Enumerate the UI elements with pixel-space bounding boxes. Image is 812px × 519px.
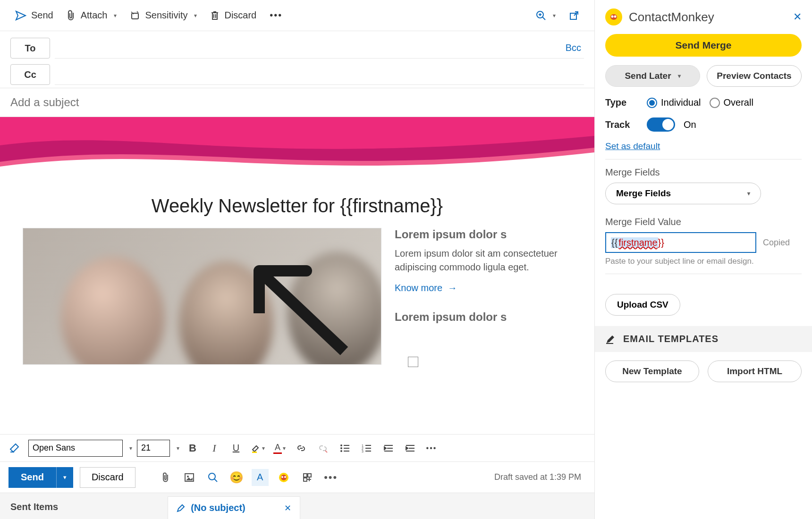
link-button[interactable] bbox=[293, 440, 310, 457]
cc-button[interactable]: Cc bbox=[10, 64, 50, 85]
type-overall-radio[interactable]: Overall bbox=[710, 97, 753, 108]
text-style-action-icon[interactable]: A bbox=[252, 469, 269, 486]
highlight-button[interactable]: ▾ bbox=[249, 440, 266, 457]
svg-text:3: 3 bbox=[362, 450, 364, 452]
chevron-down-icon[interactable]: ▾ bbox=[129, 445, 132, 452]
zoom-button[interactable]: ▾ bbox=[529, 6, 562, 25]
send-icon bbox=[15, 10, 26, 21]
merge-fields-select[interactable]: Merge Fields ▾ bbox=[605, 183, 761, 204]
chevron-down-icon[interactable]: ▾ bbox=[177, 445, 179, 452]
set-default-link[interactable]: Set as default bbox=[605, 141, 802, 151]
chevron-down-icon: ▾ bbox=[678, 73, 681, 79]
action-bar: Send ▾ Discard 😊 A ••• Dr bbox=[0, 461, 594, 493]
ellipsis-icon: ••• bbox=[270, 10, 282, 21]
numbering-button[interactable]: 123 bbox=[358, 440, 375, 457]
svg-point-13 bbox=[209, 473, 215, 480]
svg-rect-4 bbox=[252, 452, 257, 453]
more-button[interactable]: ••• bbox=[263, 6, 289, 25]
know-more-link[interactable]: Know more → bbox=[395, 283, 457, 293]
svg-point-24 bbox=[614, 16, 617, 18]
footer-bar: Sent Items (No subject) ✕ bbox=[0, 493, 594, 519]
svg-point-17 bbox=[284, 476, 286, 478]
contactmonkey-logo-icon bbox=[605, 8, 622, 25]
discard-label: Discard bbox=[224, 10, 256, 21]
chevron-down-icon: ▾ bbox=[194, 12, 197, 19]
to-input[interactable] bbox=[55, 38, 584, 59]
draft-status: Draft saved at 1:39 PM bbox=[494, 472, 586, 482]
newsletter-banner bbox=[0, 117, 594, 178]
track-label: Track bbox=[605, 119, 638, 130]
format-painter-icon[interactable] bbox=[7, 440, 24, 457]
arrow-sketch-icon bbox=[226, 243, 349, 356]
chevron-down-icon: ▾ bbox=[114, 12, 117, 19]
font-family-select[interactable]: Open Sans bbox=[28, 440, 123, 457]
discard-action-button[interactable]: Discard bbox=[80, 467, 135, 488]
font-size-select[interactable]: 21 bbox=[137, 440, 170, 457]
merge-value-input[interactable]: {{firstname}} bbox=[605, 232, 756, 253]
block1-title: Lorem ipsum dolor s bbox=[395, 228, 572, 241]
cc-input[interactable] bbox=[55, 64, 584, 85]
send-later-button[interactable]: Send Later ▾ bbox=[605, 65, 700, 87]
type-label: Type bbox=[605, 97, 638, 108]
svg-point-5 bbox=[340, 444, 342, 446]
merge-hint: Paste to your subject line or email desi… bbox=[605, 257, 802, 266]
compose-tab[interactable]: (No subject) ✕ bbox=[168, 496, 300, 519]
bullets-button[interactable] bbox=[336, 440, 353, 457]
indent-button[interactable] bbox=[401, 440, 418, 457]
new-template-button[interactable]: New Template bbox=[605, 360, 699, 382]
search-action-icon[interactable] bbox=[204, 469, 221, 486]
to-button[interactable]: To bbox=[10, 38, 50, 59]
email-body-canvas[interactable]: Weekly Newsletter for {{firstname}} Lore… bbox=[0, 117, 594, 434]
folder-label[interactable]: Sent Items bbox=[5, 495, 64, 519]
merge-fields-label: Merge Fields bbox=[605, 167, 802, 178]
font-size-value: 21 bbox=[141, 443, 151, 453]
underline-button[interactable]: U bbox=[228, 440, 245, 457]
bcc-link[interactable]: Bcc bbox=[566, 42, 581, 53]
attach-button[interactable]: Attach ▾ bbox=[60, 6, 124, 25]
popout-button[interactable] bbox=[562, 6, 586, 25]
more-format-button[interactable]: ••• bbox=[423, 440, 440, 457]
recipients-area: To Bcc Cc bbox=[0, 31, 594, 88]
send-primary-button[interactable]: Send bbox=[8, 467, 56, 488]
merge-value-label: Merge Field Value bbox=[605, 217, 802, 227]
close-panel-icon[interactable]: ✕ bbox=[793, 11, 802, 23]
sensitivity-label: Sensitivity bbox=[145, 10, 187, 21]
block1-body: Lorem ipsum dolor sit am consectetuer ad… bbox=[395, 247, 572, 274]
panel-title: ContactMonkey bbox=[629, 10, 787, 25]
import-html-button[interactable]: Import HTML bbox=[708, 360, 802, 382]
apps-action-icon[interactable] bbox=[299, 469, 316, 486]
track-toggle[interactable] bbox=[647, 117, 675, 132]
unlink-button[interactable] bbox=[314, 440, 331, 457]
subject-input[interactable] bbox=[10, 96, 584, 109]
send-merge-button[interactable]: Send Merge bbox=[605, 34, 802, 57]
discard-button[interactable]: Discard bbox=[203, 6, 263, 25]
send-button[interactable]: Send bbox=[8, 6, 60, 25]
outdent-button[interactable] bbox=[380, 440, 397, 457]
pencil-icon bbox=[177, 504, 185, 512]
attach-action-icon[interactable] bbox=[157, 469, 174, 486]
italic-button[interactable]: I bbox=[206, 440, 223, 457]
font-color-button[interactable]: A▾ bbox=[271, 440, 288, 457]
upload-csv-button[interactable]: Upload CSV bbox=[605, 294, 680, 316]
monkey-addin-icon[interactable] bbox=[275, 469, 292, 486]
svg-rect-20 bbox=[304, 478, 307, 481]
send-options-button[interactable]: ▾ bbox=[56, 467, 73, 488]
bold-button[interactable]: B bbox=[184, 440, 201, 457]
svg-point-6 bbox=[340, 447, 342, 449]
emoji-action-icon[interactable]: 😊 bbox=[228, 469, 245, 486]
track-state: On bbox=[684, 119, 696, 130]
sensitivity-button[interactable]: Sensitivity ▾ bbox=[123, 6, 203, 25]
picture-action-icon[interactable] bbox=[181, 469, 198, 486]
close-tab-icon[interactable]: ✕ bbox=[284, 503, 291, 513]
chevron-down-icon: ▾ bbox=[747, 190, 750, 197]
zoom-in-icon bbox=[536, 10, 546, 21]
more-actions-icon[interactable]: ••• bbox=[322, 469, 339, 486]
image-select-checkbox[interactable] bbox=[408, 357, 418, 367]
format-toolbar: Open Sans ▾ 21 ▾ B I U ▾ A▾ bbox=[0, 434, 594, 461]
preview-contacts-button[interactable]: Preview Contacts bbox=[707, 65, 802, 87]
type-individual-radio[interactable]: Individual bbox=[647, 97, 701, 108]
send-label: Send bbox=[31, 10, 53, 21]
compose-toolbar: Send Attach ▾ Sensitivity ▾ Dis bbox=[0, 0, 594, 31]
paperclip-icon bbox=[67, 10, 76, 21]
newsletter-headline: Weekly Newsletter for {{firstname}} bbox=[0, 178, 594, 228]
